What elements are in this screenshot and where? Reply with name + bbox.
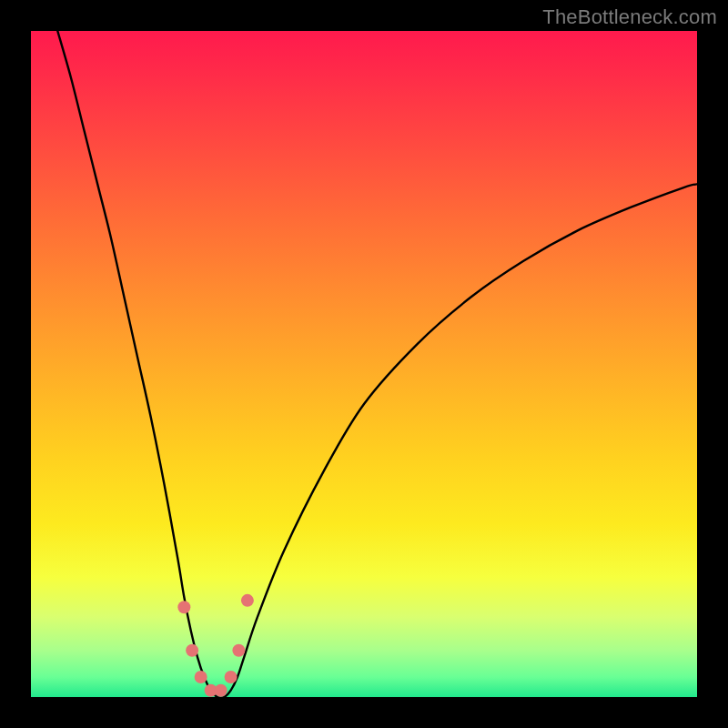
chart-frame: TheBottleneck.com: [0, 0, 728, 728]
marker: [215, 684, 228, 697]
markers-group: [177, 594, 254, 697]
curve-svg: [31, 31, 697, 697]
watermark-text: TheBottleneck.com: [542, 5, 717, 29]
marker: [186, 644, 198, 657]
marker: [232, 644, 245, 657]
marker: [241, 594, 254, 607]
marker: [177, 601, 190, 613]
bottleneck-curve: [57, 31, 697, 697]
plot-area: [31, 31, 697, 697]
marker: [195, 671, 207, 683]
marker: [225, 671, 238, 683]
